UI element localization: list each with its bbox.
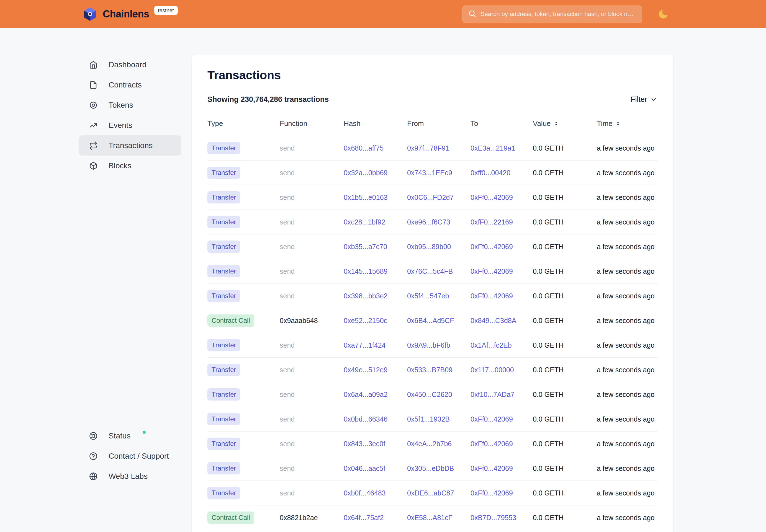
from-cell: 0x5f1...1932B bbox=[407, 415, 471, 423]
function-cell: 0x8821b2ae bbox=[280, 514, 344, 522]
sidebar-item-web3-labs[interactable]: Web3 Labs bbox=[79, 466, 181, 486]
value-cell: 0.0 GETH bbox=[533, 514, 597, 522]
column-header-value[interactable]: Value bbox=[533, 119, 597, 128]
sidebar-item-transactions[interactable]: Transactions bbox=[79, 135, 181, 156]
hash-link[interactable]: 0x1b5...e0163 bbox=[344, 193, 388, 201]
hash-link[interactable]: 0x49e...512e9 bbox=[344, 366, 388, 374]
from-link[interactable]: 0x4eA...2b7b6 bbox=[407, 440, 452, 448]
type-cell: Transfer bbox=[207, 364, 280, 376]
type-cell: Transfer bbox=[207, 290, 280, 302]
from-cell: 0x5f4...547eb bbox=[407, 292, 471, 300]
from-cell: 0x76C...5c4FB bbox=[407, 267, 471, 275]
type-badge: Transfer bbox=[207, 388, 240, 401]
to-link[interactable]: 0xFf0...42069 bbox=[471, 489, 513, 497]
hash-link[interactable]: 0x680...aff75 bbox=[344, 144, 384, 152]
sidebar-item-events[interactable]: Events bbox=[79, 115, 181, 135]
type-cell: Transfer bbox=[207, 413, 280, 425]
to-link[interactable]: 0xfF0...22169 bbox=[471, 218, 513, 226]
time-cell: a few seconds ago bbox=[597, 489, 657, 497]
sidebar-item-tokens[interactable]: Tokens bbox=[79, 95, 181, 115]
to-link[interactable]: 0xFf0...42069 bbox=[471, 292, 513, 300]
column-header-time[interactable]: Time bbox=[597, 119, 657, 128]
brand[interactable]: Chainlens testnet bbox=[82, 6, 178, 22]
to-link[interactable]: 0x849...C3d8A bbox=[471, 317, 516, 324]
from-link[interactable]: 0x5f1...1932B bbox=[407, 415, 450, 423]
column-header-from: From bbox=[407, 119, 471, 128]
sort-icon[interactable] bbox=[553, 120, 559, 127]
from-link[interactable]: 0x305...eDbDB bbox=[407, 464, 454, 472]
type-badge: Transfer bbox=[207, 191, 240, 203]
value-cell: 0.0 GETH bbox=[533, 243, 597, 251]
hash-link[interactable]: 0x843...3ec0f bbox=[344, 440, 385, 448]
type-badge: Transfer bbox=[207, 265, 240, 277]
hash-link[interactable]: 0xe52...2150c bbox=[344, 317, 387, 324]
from-link[interactable]: 0x76C...5c4FB bbox=[407, 267, 453, 275]
sort-icon[interactable] bbox=[615, 120, 621, 127]
value-cell: 0.0 GETH bbox=[533, 415, 597, 423]
hash-link[interactable]: 0x046...aac5f bbox=[344, 464, 385, 472]
to-link[interactable]: 0xFf0...42069 bbox=[471, 464, 513, 472]
type-badge: Contract Call bbox=[207, 512, 254, 524]
sidebar-item-contact-support[interactable]: Contact / Support bbox=[79, 446, 181, 466]
from-link[interactable]: 0xe96...f6C73 bbox=[407, 218, 450, 226]
search-bar[interactable] bbox=[463, 6, 642, 23]
column-header-to: To bbox=[471, 119, 533, 128]
from-link[interactable]: 0x743...1EEc9 bbox=[407, 169, 452, 177]
sidebar-item-status[interactable]: Status bbox=[79, 426, 181, 446]
sidebar-item-dashboard[interactable]: Dashboard bbox=[79, 55, 181, 75]
sidebar-item-blocks[interactable]: Blocks bbox=[79, 156, 181, 176]
time-cell: a few seconds ago bbox=[597, 317, 657, 325]
theme-toggle-button[interactable] bbox=[657, 8, 669, 20]
from-link[interactable]: 0x5f4...547eb bbox=[407, 292, 449, 300]
hash-link[interactable]: 0xb35...a7c70 bbox=[344, 243, 387, 250]
to-link[interactable]: 0xE3a...219a1 bbox=[471, 144, 515, 152]
hash-link[interactable]: 0x145...15689 bbox=[344, 267, 388, 275]
hash-link[interactable]: 0x64f...75af2 bbox=[344, 514, 384, 521]
to-link[interactable]: 0xf10...7ADa7 bbox=[471, 391, 514, 398]
to-link[interactable]: 0x1Af...fc2Eb bbox=[471, 341, 512, 349]
hash-link[interactable]: 0xa77...1f424 bbox=[344, 341, 386, 349]
from-link[interactable]: 0xE58...A81cF bbox=[407, 514, 453, 521]
from-link[interactable]: 0x97f...78F91 bbox=[407, 144, 450, 152]
hash-link[interactable]: 0x398...bb3e2 bbox=[344, 292, 388, 300]
time-cell: a few seconds ago bbox=[597, 144, 657, 152]
transaction-row: Transfer send 0x0bd...66346 0x5f1...1932… bbox=[207, 407, 657, 432]
hash-cell: 0x1b5...e0163 bbox=[344, 193, 407, 202]
from-link[interactable]: 0x6B4...Ad5CF bbox=[407, 317, 454, 324]
from-link[interactable]: 0x0C6...FD2d7 bbox=[407, 193, 454, 201]
hash-link[interactable]: 0x32a...0bb69 bbox=[344, 169, 388, 177]
to-cell: 0xFf0...42069 bbox=[471, 292, 533, 300]
sidebar-item-label: Events bbox=[109, 121, 132, 130]
from-link[interactable]: 0x9A9...bF6fb bbox=[407, 341, 450, 349]
from-link[interactable]: 0x533...B7B09 bbox=[407, 366, 453, 374]
filter-button[interactable]: Filter bbox=[631, 95, 657, 104]
to-link[interactable]: 0xFf0...42069 bbox=[471, 243, 513, 250]
to-link[interactable]: 0x117...00000 bbox=[471, 366, 514, 374]
value-cell: 0.0 GETH bbox=[533, 341, 597, 349]
to-link[interactable]: 0xFf0...42069 bbox=[471, 193, 513, 201]
hash-cell: 0xa77...1f424 bbox=[344, 341, 407, 349]
to-link[interactable]: 0xFf0...42069 bbox=[471, 440, 513, 448]
to-link[interactable]: 0xFf0...42069 bbox=[471, 415, 513, 423]
from-cell: 0x6B4...Ad5CF bbox=[407, 317, 471, 325]
to-link[interactable]: 0xB7D...79553 bbox=[471, 514, 516, 521]
column-label: Hash bbox=[344, 119, 360, 128]
to-link[interactable]: 0xFf0...42069 bbox=[471, 267, 513, 275]
table-header-row: Type Function Hash From To Value Time bbox=[207, 119, 657, 136]
search-input[interactable] bbox=[463, 6, 642, 23]
from-cell: 0x305...eDbDB bbox=[407, 464, 471, 472]
to-link[interactable]: 0xff0...00420 bbox=[471, 169, 511, 177]
from-link[interactable]: 0xb95...89b00 bbox=[407, 243, 451, 250]
transaction-row: Transfer send 0x6a4...a09a2 0x450...C262… bbox=[207, 382, 657, 407]
hash-link[interactable]: 0xb0f...46483 bbox=[344, 489, 386, 497]
to-cell: 0xf10...7ADa7 bbox=[471, 391, 533, 399]
hash-link[interactable]: 0x6a4...a09a2 bbox=[344, 391, 388, 398]
from-link[interactable]: 0xDE6...abC87 bbox=[407, 489, 454, 497]
sidebar-item-label: Tokens bbox=[109, 101, 133, 110]
hash-link[interactable]: 0x0bd...66346 bbox=[344, 415, 388, 423]
sidebar-item-contracts[interactable]: Contracts bbox=[79, 75, 181, 95]
token-icon bbox=[89, 101, 97, 109]
from-cell: 0x743...1EEc9 bbox=[407, 169, 471, 177]
hash-link[interactable]: 0xc28...1bf92 bbox=[344, 218, 385, 226]
from-link[interactable]: 0x450...C2620 bbox=[407, 391, 452, 398]
